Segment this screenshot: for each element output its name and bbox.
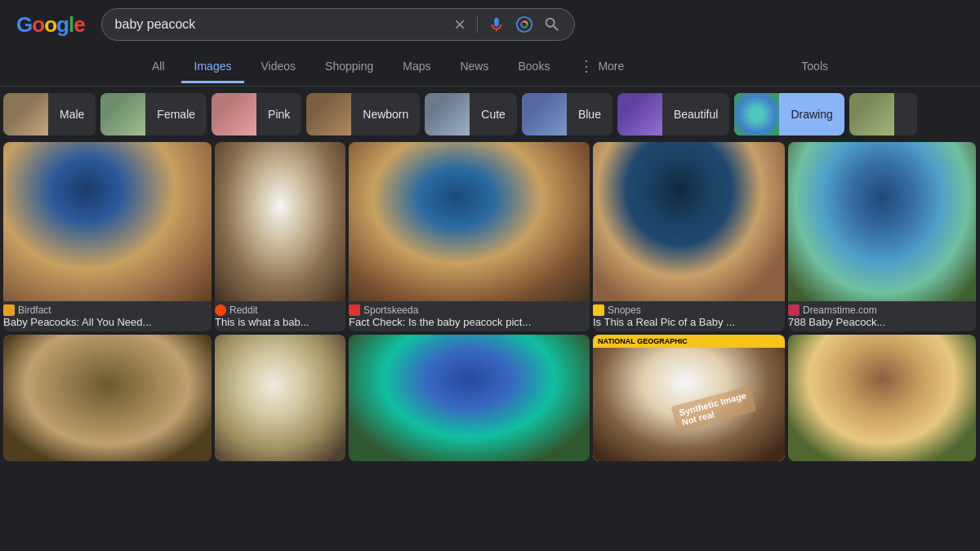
search-input[interactable]: [115, 17, 444, 32]
image-card-8[interactable]: [349, 335, 590, 461]
image-9-thumbnail: NATIONAL GEOGRAPHIC Synthetic ImageNot r…: [593, 335, 785, 461]
image-10-thumbnail: [788, 335, 976, 461]
nav-item-news[interactable]: News: [447, 51, 501, 83]
image-card-6[interactable]: [3, 335, 212, 461]
chip-male[interactable]: Male: [3, 93, 96, 136]
lens-icon: [515, 16, 533, 33]
image-6-thumbnail: [3, 335, 212, 461]
search-bar-icons: [452, 16, 561, 33]
image-5-title: 788 Baby Peacock...: [788, 316, 976, 328]
image-3-thumbnail: [349, 142, 590, 301]
chip-drawing[interactable]: Drawing: [734, 93, 844, 136]
image-1-title: Baby Peacocks: All You Need...: [3, 316, 212, 328]
image-1-source: Birdfact: [18, 304, 51, 316]
source-favicon-5: [788, 304, 800, 316]
chip-blue-thumbnail: [522, 93, 567, 136]
chip-beautiful-label: Beautiful: [662, 108, 729, 121]
nav-item-all[interactable]: All: [139, 51, 178, 83]
image-grid-row1: Birdfact Baby Peacocks: All You Need... …: [0, 142, 980, 331]
image-5-info: Dreamstime.com 788 Baby Peacock...: [788, 301, 976, 331]
nav-item-shopping[interactable]: Shopping: [312, 51, 386, 83]
image-5-source: Dreamstime.com: [803, 304, 877, 316]
google-lens-button[interactable]: [515, 16, 533, 33]
nav-item-tools[interactable]: Tools: [788, 51, 841, 83]
chip-newborn-label: Newborn: [351, 108, 420, 121]
more-label: More: [598, 60, 624, 73]
image-4-title: Is This a Real Pic of a Baby ...: [593, 316, 785, 328]
search-button[interactable]: [543, 16, 561, 33]
nav-item-maps[interactable]: Maps: [390, 51, 443, 83]
search-bar: [101, 8, 575, 41]
chip-newborn-thumbnail: [306, 93, 351, 136]
image-2-source: Reddit: [229, 304, 258, 316]
chip-newborn[interactable]: Newborn: [306, 93, 420, 136]
header: Google: [0, 0, 980, 49]
image-7-thumbnail: [215, 335, 345, 461]
image-2-info: Reddit This is what a bab...: [215, 301, 345, 331]
ng-header: NATIONAL GEOGRAPHIC: [593, 335, 785, 348]
image-card-1[interactable]: Birdfact Baby Peacocks: All You Need...: [3, 142, 212, 331]
chip-cute[interactable]: Cute: [425, 93, 517, 136]
nav-item-books[interactable]: Books: [505, 51, 563, 83]
chip-female[interactable]: Female: [100, 93, 207, 136]
nav-item-videos[interactable]: Videos: [247, 51, 309, 83]
chip-male-label: Male: [48, 108, 96, 121]
image-1-thumbnail: [3, 142, 212, 301]
image-card-2[interactable]: Reddit This is what a bab...: [215, 142, 345, 331]
chip-pink[interactable]: Pink: [212, 93, 301, 136]
chip-female-thumbnail: [100, 93, 145, 136]
nav-bar: All Images Videos Shopping Maps News Boo…: [0, 49, 980, 87]
dots-icon: ⋮: [579, 57, 595, 75]
image-card-7[interactable]: [215, 335, 345, 461]
chip-drawing-thumbnail: [734, 93, 779, 136]
image-3-title: Fact Check: Is the baby peacock pict...: [349, 316, 590, 328]
image-3-info: Sportskeeda Fact Check: Is the baby peac…: [349, 301, 590, 331]
image-5-thumbnail: [788, 142, 976, 301]
chip-last[interactable]: [849, 93, 917, 136]
divider: [477, 16, 478, 33]
filter-chips: Male Female Pink Newborn Cute Blue Beaut…: [0, 87, 980, 142]
nav-item-images[interactable]: Images: [181, 51, 245, 83]
image-4-info: Snopes Is This a Real Pic of a Baby ...: [593, 301, 785, 331]
image-card-4[interactable]: Snopes Is This a Real Pic of a Baby ...: [593, 142, 785, 331]
chip-beautiful[interactable]: Beautiful: [617, 93, 729, 136]
image-4-source: Snopes: [608, 304, 641, 316]
chip-cute-thumbnail: [425, 93, 470, 136]
nav-item-more[interactable]: ⋮ More: [566, 49, 637, 86]
image-grid-row2: NATIONAL GEOGRAPHIC Synthetic ImageNot r…: [0, 335, 980, 461]
image-3-source: Sportskeeda: [363, 304, 418, 316]
chip-male-thumbnail: [3, 93, 48, 136]
chip-blue-label: Blue: [567, 108, 612, 121]
chip-female-label: Female: [145, 108, 207, 121]
chip-pink-label: Pink: [256, 108, 301, 121]
chip-cute-label: Cute: [470, 108, 517, 121]
image-2-thumbnail: [215, 142, 345, 301]
chip-blue[interactable]: Blue: [522, 93, 612, 136]
chip-pink-thumbnail: [212, 93, 256, 136]
google-logo[interactable]: Google: [16, 12, 85, 38]
image-card-3[interactable]: Sportskeeda Fact Check: Is the baby peac…: [349, 142, 590, 331]
microphone-icon: [488, 16, 506, 33]
chip-beautiful-thumbnail: [617, 93, 662, 136]
image-2-title: This is what a bab...: [215, 316, 345, 328]
image-9-bird: [593, 335, 785, 461]
source-favicon-2: [215, 304, 226, 316]
image-4-thumbnail: [593, 142, 785, 301]
source-favicon-4: [593, 304, 604, 316]
image-card-10[interactable]: [788, 335, 976, 461]
search-icon: [543, 16, 561, 33]
clear-button[interactable]: [452, 17, 467, 32]
close-icon: [452, 17, 467, 32]
image-1-info: Birdfact Baby Peacocks: All You Need...: [3, 301, 212, 331]
image-card-9[interactable]: NATIONAL GEOGRAPHIC Synthetic ImageNot r…: [593, 335, 785, 461]
svg-point-0: [516, 17, 531, 32]
image-8-thumbnail: [349, 335, 590, 461]
image-card-5[interactable]: Dreamstime.com 788 Baby Peacock...: [788, 142, 976, 331]
source-favicon-1: [3, 304, 15, 316]
source-favicon-3: [349, 304, 360, 316]
chip-last-thumbnail: [849, 93, 894, 136]
chip-drawing-label: Drawing: [779, 108, 844, 121]
microphone-button[interactable]: [488, 16, 506, 33]
